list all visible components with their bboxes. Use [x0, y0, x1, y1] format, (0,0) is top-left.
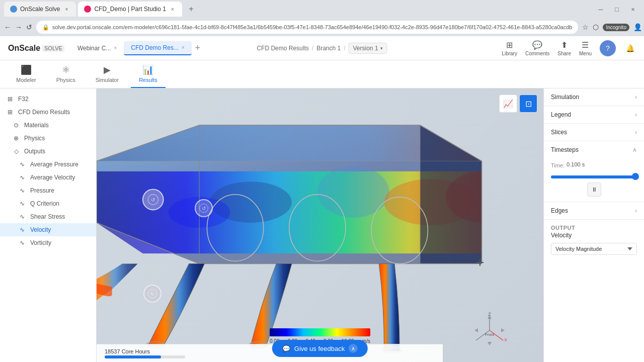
header-tab-cfd-label: CFD Demo Res... [131, 44, 179, 51]
nav-simulator[interactable]: ▶ Simulator [88, 60, 127, 88]
results-icon: 📊 [142, 64, 153, 75]
sidebar-item-vorticity[interactable]: ∿ Vorticity [0, 236, 96, 249]
avg-pressure-label: Average Pressure [30, 161, 90, 168]
version-selector[interactable]: Version 1 ▾ [349, 43, 387, 54]
edges-header[interactable]: Edges › [544, 202, 644, 219]
slices-header[interactable]: Slices › [544, 124, 644, 141]
sidebar-item-pressure[interactable]: ∿ Pressure [0, 184, 96, 197]
reload-button[interactable]: ↺ [26, 20, 32, 34]
timesteps-content: Time: 0.100 s ⏸ [544, 158, 644, 202]
orientation-widget[interactable]: Z X Front [472, 313, 507, 348]
add-tab-button[interactable]: + [192, 42, 204, 54]
minimize-button[interactable]: ─ [594, 2, 608, 16]
shear-stress-label: Shear Stress [30, 213, 90, 220]
modeler-icon: ⬛ [21, 64, 32, 75]
output-section: OUTPUT Velocity Velocity Magnitude Veloc… [544, 220, 644, 260]
sidebar-item-root[interactable]: ⊞ F32 [0, 93, 96, 106]
core-hours-section: 18537 Core Hours [105, 348, 185, 358]
breadcrumb-branch[interactable]: Branch 1 [316, 45, 341, 52]
browser-tab-2[interactable]: CFD_Demo | Part Studio 1 × [78, 2, 182, 17]
new-tab-button[interactable]: + [184, 2, 198, 16]
legend-chevron: › [635, 111, 637, 118]
breadcrumb-project[interactable]: CFD Demo Results [257, 45, 308, 52]
nav-physics[interactable]: ⚛ Physics [48, 60, 84, 88]
header-tab-webinar[interactable]: Webinar C... × [70, 42, 124, 55]
tab-1-title: OnScale Solve [20, 6, 60, 13]
extensions-button[interactable]: ⬡ [593, 20, 599, 34]
simulator-icon: ▶ [104, 64, 111, 75]
timesteps-header[interactable]: Timesteps ∧ [544, 141, 644, 158]
sidebar-item-velocity[interactable]: ∿ Velocity [0, 223, 96, 236]
sidebar-item-cfd-results[interactable]: ⊞ CFD Demo Results [0, 106, 96, 119]
breadcrumb-sep-2: / [344, 45, 345, 52]
url-bar[interactable]: 🔒 solve.dev.portal.onscale.com/em-modele… [36, 21, 578, 34]
tab-1-close[interactable]: × [63, 6, 70, 13]
header-tab-cfd[interactable]: CFD Demo Res... × [124, 41, 192, 55]
svg-marker-31 [488, 342, 492, 345]
core-hours-bar [105, 355, 185, 358]
tab-webinar-close-icon[interactable]: × [114, 45, 117, 51]
tab-2-close[interactable]: × [169, 6, 176, 13]
timeline-slider[interactable] [551, 175, 637, 178]
output-section-label: OUTPUT [551, 225, 637, 231]
root-label: F32 [18, 96, 90, 103]
rotate-handle-2[interactable]: ↻ [143, 285, 162, 303]
forward-button[interactable]: → [15, 20, 22, 34]
panel-section-slices: Slices › [544, 124, 644, 141]
outputs-icon: ◇ [12, 147, 20, 155]
tab-cfd-close-icon[interactable]: × [182, 45, 185, 50]
rotate-handle-left: ↺ [143, 190, 164, 210]
nav-modeler[interactable]: ⬛ Modeler [8, 60, 44, 88]
library-button[interactable]: ⊞ Library [502, 40, 517, 56]
output-dropdown[interactable]: Velocity Magnitude Velocity X Velocity Y… [551, 243, 637, 255]
notifications-button[interactable]: 🔔 [624, 42, 636, 54]
core-hours-fill [105, 355, 161, 358]
browser-tab-1[interactable]: OnScale Solve × [4, 2, 76, 17]
chart-view-button[interactable]: 📈 [499, 95, 517, 113]
main-layout: ⊞ F32 ⊞ CFD Demo Results ⊙ Materials ⊗ P… [0, 88, 644, 362]
profile-button[interactable]: 👤 [633, 20, 642, 34]
legend-header[interactable]: Legend › [544, 106, 644, 123]
share-label: Share [557, 51, 571, 56]
nav-results[interactable]: 📊 Results [131, 60, 166, 88]
rotate-handle-inner-2: ↻ [148, 289, 157, 298]
feedback-close-icon[interactable]: ∧ [349, 344, 358, 353]
root-icon: ⊞ [6, 95, 14, 103]
maximize-button[interactable]: □ [610, 2, 624, 16]
comments-icon: 💬 [532, 40, 542, 50]
tab-2-title: CFD_Demo | Part Studio 1 [94, 6, 166, 13]
svg-marker-9 [420, 125, 481, 264]
sidebar-item-avg-pressure[interactable]: ∿ Average Pressure [0, 158, 96, 171]
sidebar-item-shear-stress[interactable]: ∿ Shear Stress [0, 210, 96, 223]
close-browser-button[interactable]: × [626, 2, 640, 16]
colorbar-gradient [270, 328, 370, 336]
nav-bar: ⬛ Modeler ⚛ Physics ▶ Simulator 📊 Result… [0, 60, 644, 88]
comments-button[interactable]: 💬 Comments [525, 40, 549, 56]
outputs-label: Outputs [24, 148, 90, 155]
sidebar-item-q-criterion[interactable]: ∿ Q Criterion [0, 197, 96, 210]
sidebar-item-physics[interactable]: ⊗ Physics [0, 132, 96, 145]
sidebar-item-materials[interactable]: ⊙ Materials [0, 119, 96, 132]
velocity-label: Velocity [30, 226, 90, 233]
nav-physics-label: Physics [56, 77, 75, 83]
sidebar-item-avg-velocity[interactable]: ∿ Average Velocity [0, 171, 96, 184]
panel-section-timesteps: Timesteps ∧ Time: 0.100 s ⏸ [544, 141, 644, 202]
logo: OnScale SOLVE [8, 44, 64, 53]
shear-stress-icon: ∿ [18, 213, 26, 221]
feedback-button[interactable]: 💬 Give us feedback ∧ [272, 340, 368, 357]
share-button[interactable]: ⬆ Share [557, 40, 571, 56]
sidebar-item-outputs[interactable]: ◇ Outputs [0, 145, 96, 158]
menu-button[interactable]: ☰ Menu [579, 40, 592, 56]
time-display: Time: 0.100 s [551, 161, 637, 171]
back-button[interactable]: ← [4, 20, 11, 34]
user-avatar[interactable]: ? [600, 40, 616, 56]
timeline-fill [551, 175, 637, 178]
share-icon: ⬆ [561, 40, 568, 50]
pause-button[interactable]: ⏸ [587, 183, 601, 197]
bookmark-button[interactable]: ☆ [582, 20, 589, 34]
viewport[interactable]: 📈 ⊡ [97, 88, 543, 362]
3d-view-button[interactable]: ⊡ [519, 95, 537, 113]
simulation-header[interactable]: Simulation › [544, 88, 644, 106]
physics-tree-icon: ⊗ [12, 134, 20, 142]
rotate-handle-1[interactable]: ↺ [195, 199, 213, 217]
